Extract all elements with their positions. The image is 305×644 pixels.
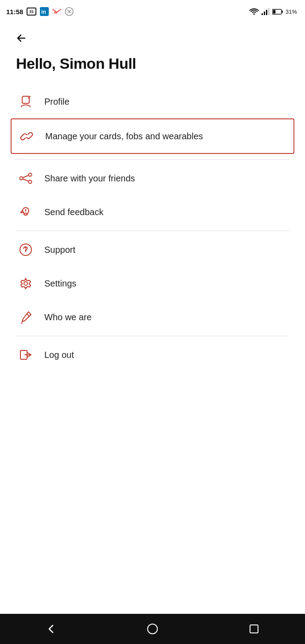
nav-recents-button[interactable] bbox=[241, 616, 267, 642]
svg-rect-14 bbox=[273, 10, 275, 13]
menu-item-settings[interactable]: Settings bbox=[0, 267, 305, 300]
svg-point-31 bbox=[148, 624, 157, 634]
svg-point-25 bbox=[25, 247, 27, 249]
nav-home-button[interactable] bbox=[139, 616, 166, 642]
svg-point-16 bbox=[29, 173, 32, 177]
logout-label: Log out bbox=[44, 350, 74, 360]
svg-rect-13 bbox=[282, 11, 283, 13]
status-right: 31% bbox=[249, 8, 297, 15]
calendar-icon: 31 bbox=[27, 8, 36, 16]
feedback-label: Send feedback bbox=[44, 207, 103, 217]
divider-2 bbox=[16, 231, 289, 231]
svg-line-20 bbox=[23, 179, 29, 181]
battery-icon bbox=[272, 9, 283, 15]
svg-line-28 bbox=[21, 322, 22, 323]
greeting-text: Hello, Simon Hull bbox=[16, 55, 305, 72]
menu-item-profile[interactable]: Profile bbox=[0, 85, 305, 118]
share-icon bbox=[16, 169, 35, 188]
battery-percentage: 31% bbox=[285, 8, 297, 15]
svg-line-27 bbox=[27, 314, 29, 316]
svg-rect-11 bbox=[268, 8, 270, 15]
svg-point-7 bbox=[253, 14, 254, 15]
back-button[interactable] bbox=[12, 29, 30, 47]
menu-item-support[interactable]: Support bbox=[0, 233, 305, 267]
manage-cards-label: Manage your cards, fobs and wearables bbox=[45, 131, 203, 141]
gmail-icon: M bbox=[52, 8, 61, 15]
svg-rect-15 bbox=[22, 96, 29, 103]
support-icon bbox=[16, 240, 35, 259]
svg-point-23 bbox=[25, 212, 26, 213]
svg-rect-9 bbox=[264, 12, 265, 15]
status-bar: 11:58 31 in M bbox=[0, 0, 305, 23]
svg-point-26 bbox=[24, 282, 27, 285]
svg-rect-32 bbox=[250, 625, 258, 633]
divider-1 bbox=[16, 159, 289, 160]
close-circle-icon bbox=[65, 7, 74, 16]
menu-item-share[interactable]: Share with your friends bbox=[0, 161, 305, 195]
settings-label: Settings bbox=[44, 279, 76, 289]
profile-label: Profile bbox=[44, 97, 70, 107]
share-label: Share with your friends bbox=[44, 173, 135, 184]
svg-line-19 bbox=[23, 176, 29, 178]
svg-point-17 bbox=[29, 181, 32, 184]
divider-3 bbox=[16, 336, 289, 336]
svg-text:in: in bbox=[41, 9, 46, 15]
who-we-are-label: Who we are bbox=[44, 312, 92, 322]
svg-text:M: M bbox=[54, 11, 57, 15]
status-left: 11:58 31 in M bbox=[6, 7, 74, 16]
profile-icon bbox=[16, 92, 35, 111]
signal-icon bbox=[262, 8, 270, 15]
menu-item-logout[interactable]: Log out bbox=[0, 338, 305, 372]
linkedin-icon: in bbox=[40, 7, 49, 16]
support-label: Support bbox=[44, 245, 75, 255]
nav-back-button[interactable] bbox=[38, 616, 64, 642]
menu-list: Profile Manage your cards, fobs and wear… bbox=[0, 85, 305, 372]
link-icon bbox=[17, 126, 36, 146]
menu-item-who-we-are[interactable]: Who we are bbox=[0, 300, 305, 334]
menu-item-manage-cards[interactable]: Manage your cards, fobs and wearables bbox=[11, 118, 294, 154]
nav-bar bbox=[0, 614, 305, 644]
feedback-icon bbox=[16, 202, 35, 222]
svg-rect-10 bbox=[266, 10, 267, 15]
svg-rect-8 bbox=[262, 13, 263, 15]
wifi-icon bbox=[249, 8, 259, 15]
logout-icon bbox=[16, 345, 35, 365]
status-time: 11:58 bbox=[6, 8, 23, 16]
svg-point-18 bbox=[20, 177, 23, 180]
settings-icon bbox=[16, 274, 35, 293]
pencil-icon bbox=[16, 307, 35, 327]
menu-item-feedback[interactable]: Send feedback bbox=[0, 195, 305, 229]
